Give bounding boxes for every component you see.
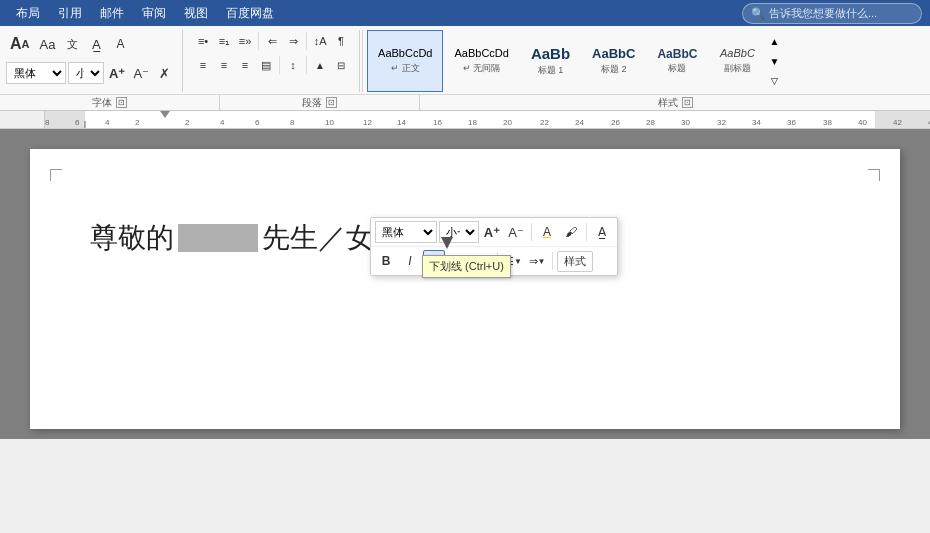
numbered-list-btn[interactable]: ≡₁	[214, 30, 234, 52]
style-biaoti-preview: AaBbC	[657, 47, 697, 61]
font-aa-btn[interactable]: Aa	[36, 30, 60, 58]
style-wujiange-preview: AaBbCcDd	[454, 47, 508, 60]
multilevel-list-btn[interactable]: ≡»	[235, 30, 255, 52]
mini-style-btn[interactable]: 样式	[557, 251, 593, 272]
paragraph-group: ≡• ≡₁ ≡» ⇐ ⇒ ↕A ¶ ≡ ≡ ≡ ▤ ↕ ▲ ⊟	[185, 30, 360, 92]
font-group-label: 字体 ⊡	[0, 95, 220, 110]
ruler-inner: 8 6 4 2 2 4 6 8 10 12 14 16 18 20 22 24 …	[45, 111, 930, 128]
left-indent-marker[interactable]	[160, 111, 170, 118]
text-effect-btn[interactable]: A̲	[85, 30, 107, 58]
style-group-label: 样式 ⊡	[420, 95, 930, 110]
mini-text-color-btn[interactable]: A	[536, 221, 558, 243]
corner-mark-tl	[50, 169, 62, 181]
group-labels-row: 字体 ⊡ 段落 ⊡ 样式 ⊡	[0, 94, 930, 110]
align-left-btn[interactable]: ≡	[193, 54, 213, 76]
style-biaoti-label: 标题	[668, 62, 686, 75]
font-name-select[interactable]: 黑体	[6, 62, 66, 84]
font-group-expand-icon[interactable]: ⊡	[116, 97, 127, 108]
show-marks-btn[interactable]: ¶	[331, 30, 351, 52]
shading-btn[interactable]: ▲	[310, 54, 330, 76]
wen-btn[interactable]: 文	[61, 30, 83, 58]
clear-format-btn[interactable]: ✗	[154, 62, 174, 84]
para-group-label: 段落 ⊡	[220, 95, 420, 110]
wen-icon: 文	[67, 37, 78, 52]
menu-view[interactable]: 视图	[176, 2, 216, 25]
style-biaoti2-label: 标题 2	[601, 63, 627, 76]
mini-font-shrink-btn[interactable]: A⁻	[505, 221, 527, 243]
mini-toolbar-row1: 黑体 小一 A⁺ A⁻ A 🖌 A̲	[371, 218, 617, 247]
style-biaoti1-preview: AaBb	[531, 45, 570, 63]
mini-divider2	[586, 223, 587, 241]
style-biaoti2[interactable]: AaBbC 标题 2	[581, 30, 646, 92]
style-zhengwen-preview: AaBbCcDd	[378, 47, 432, 60]
mini-indent-btn[interactable]: ⇒ ▼	[526, 250, 548, 272]
divider3	[279, 56, 280, 74]
mini-indent-down-icon: ▼	[538, 257, 546, 266]
menu-reference[interactable]: 引用	[50, 2, 90, 25]
mini-font-select[interactable]: 黑体	[375, 221, 437, 243]
styles-area: AaBbCcDd ↵ 正文 AaBbCcDd ↵ 无间隔 AaBb 标题 1 A…	[362, 30, 924, 92]
chevron-up-icon: ▲	[769, 36, 779, 47]
font-size-small-icon: A	[22, 38, 30, 50]
menu-baidu[interactable]: 百度网盘	[218, 2, 282, 25]
align-right-btn[interactable]: ≡	[235, 54, 255, 76]
mini-bold-btn[interactable]: B	[375, 250, 397, 272]
font-size-large-icon: A	[10, 35, 22, 53]
line-spacing-btn[interactable]: ↕	[283, 54, 303, 76]
font-group: AA Aa 文 A̲ A 黑体	[6, 30, 183, 92]
style-zhengwen[interactable]: AaBbCcDd ↵ 正文	[367, 30, 443, 92]
doc-blank-name	[178, 224, 258, 252]
font-size-increase-btn[interactable]: AA	[6, 30, 34, 58]
mini-list-down-icon: ▼	[514, 257, 522, 266]
menu-bar: 布局 引用 邮件 审阅 视图 百度网盘 🔍 告诉我您想要做什么...	[0, 0, 930, 26]
style-zhengwen-label: ↵ 正文	[391, 62, 420, 75]
search-text: 告诉我您想要做什么...	[769, 6, 877, 21]
top-section: 布局 引用 邮件 审阅 视图 百度网盘 🔍 告诉我您想要做什么...	[0, 0, 930, 26]
mini-font-grow-btn[interactable]: A⁺	[481, 221, 503, 243]
mini-italic-btn[interactable]: I	[399, 250, 421, 272]
ribbon: AA Aa 文 A̲ A 黑体	[0, 26, 930, 111]
style-biaoti1[interactable]: AaBb 标题 1	[520, 30, 581, 92]
style-group-expand-icon[interactable]: ⊡	[682, 97, 693, 108]
style-biaoti[interactable]: AaBbC 标题	[646, 30, 708, 92]
ruler-corner	[25, 111, 45, 128]
menu-mail[interactable]: 邮件	[92, 2, 132, 25]
font-grow-btn[interactable]: A⁺	[106, 62, 128, 84]
increase-indent-btn[interactable]: ⇒	[283, 30, 303, 52]
text-color-btn[interactable]: A	[109, 30, 131, 58]
sort-btn[interactable]: ↕A	[310, 30, 330, 52]
mini-paint-btn[interactable]: 🖌	[560, 221, 582, 243]
style-biaoti2-preview: AaBbC	[592, 46, 635, 62]
search-icon: 🔍	[751, 7, 765, 20]
divider	[258, 32, 259, 50]
mini-text-effect-btn[interactable]: A̲	[591, 221, 613, 243]
justify-btn[interactable]: ▤	[256, 54, 276, 76]
chevron-down-icon: ▼	[769, 56, 779, 67]
font-size-select[interactable]: 小一	[68, 62, 104, 84]
bullet-list-btn[interactable]: ≡•	[193, 30, 213, 52]
menu-review[interactable]: 审阅	[134, 2, 174, 25]
ruler: 8 6 4 2 2 4 6 8 10 12 14 16 18 20 22 24 …	[0, 111, 930, 129]
mini-divider4	[552, 252, 553, 270]
align-center-btn[interactable]: ≡	[214, 54, 234, 76]
font-shrink-btn[interactable]: A⁻	[130, 62, 152, 84]
text-effect-icon: A̲	[92, 37, 101, 52]
para-group-expand-icon[interactable]: ⊡	[326, 97, 337, 108]
menu-layout[interactable]: 布局	[8, 2, 48, 25]
tooltip: 下划线 (Ctrl+U)	[422, 255, 511, 278]
styles-scroll-up[interactable]: ▲ ▼ ▽	[766, 30, 782, 92]
expand-icon: ▽	[771, 76, 778, 86]
style-wujiange-label: ↵ 无间隔	[463, 62, 501, 75]
decrease-indent-btn[interactable]: ⇐	[262, 30, 282, 52]
aa-icon: Aa	[40, 37, 56, 52]
style-fubiaoti[interactable]: AaBbC 副标题	[708, 30, 766, 92]
mini-size-select[interactable]: 小一	[439, 221, 479, 243]
search-box[interactable]: 🔍 告诉我您想要做什么...	[742, 3, 922, 24]
mini-paint-icon: 🖌	[565, 225, 577, 239]
style-fubiaoti-preview: AaBbC	[720, 47, 755, 60]
doc-area: 尊敬的 先生／女士 黑体 小一 A⁺ A⁻ A 🖌 A̲	[0, 129, 930, 439]
ruler-numbers: 8 6 4 2 2 4 6 8 10 12 14 16 18 20 22 24 …	[45, 113, 930, 127]
border-btn[interactable]: ⊟	[331, 54, 351, 76]
style-wujiange[interactable]: AaBbCcDd ↵ 无间隔	[443, 30, 519, 92]
corner-mark-tr	[868, 169, 880, 181]
